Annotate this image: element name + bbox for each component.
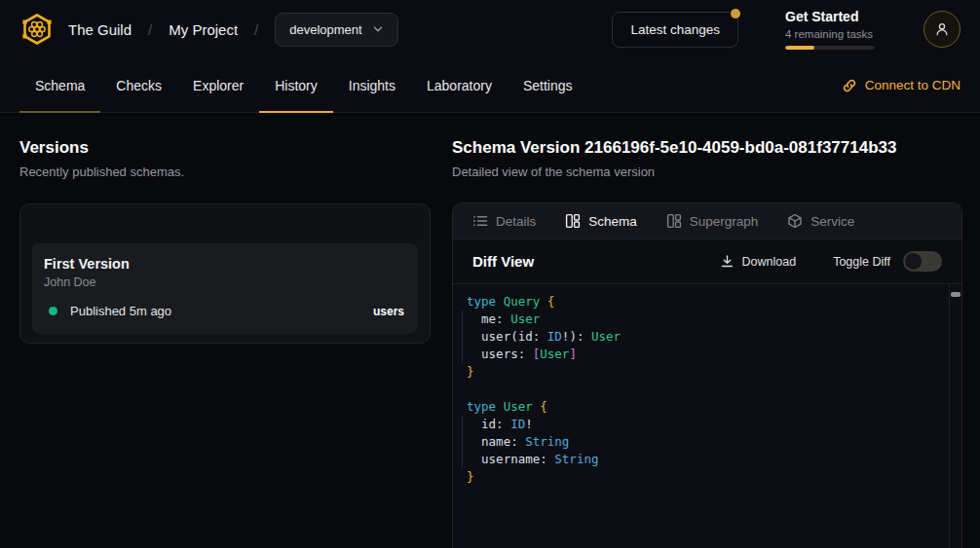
diff-view-header: Diff View Download Toggle Diff xyxy=(453,239,961,284)
get-started-widget[interactable]: Get Started 4 remaining tasks xyxy=(785,9,875,50)
tab-settings[interactable]: Settings xyxy=(508,58,588,112)
version-name: First Version xyxy=(44,256,404,272)
versions-list-card: First Version John Doe Published 5m ago … xyxy=(19,203,431,344)
list-icon xyxy=(472,213,488,229)
detail-tab-label: Supergraph xyxy=(690,214,759,229)
versions-subtitle: Recently published schemas. xyxy=(19,164,448,179)
get-started-progress-track xyxy=(785,46,875,50)
versions-title: Versions xyxy=(19,138,448,158)
notification-dot xyxy=(731,9,740,18)
version-detail-subtitle: Detailed view of the schema version xyxy=(452,164,962,179)
breadcrumb-separator: / xyxy=(254,21,258,38)
version-meta-row: Published 5m ago users xyxy=(44,304,404,318)
version-detail-panel: Schema Version 2166196f-5e10-4059-bd0a-0… xyxy=(448,113,980,548)
version-detail-title: Schema Version 2166196f-5e10-4059-bd0a-0… xyxy=(452,138,962,158)
code-scrollbar[interactable] xyxy=(949,284,961,548)
code-scrollbar-thumb[interactable] xyxy=(951,292,961,297)
tab-explorer[interactable]: Explorer xyxy=(177,58,259,112)
breadcrumb-project[interactable]: My Project xyxy=(169,21,238,38)
version-author: John Doe xyxy=(44,275,404,289)
published-status-dot xyxy=(49,307,57,315)
person-icon xyxy=(933,20,951,38)
versions-panel: Versions Recently published schemas. Fir… xyxy=(0,113,448,548)
detail-tab-label: Details xyxy=(496,214,536,229)
detail-tab-schema[interactable]: Schema xyxy=(565,213,637,229)
latest-changes-button[interactable]: Latest changes xyxy=(612,12,738,48)
detail-tab-service[interactable]: Service xyxy=(787,213,854,229)
service-name-badge: users xyxy=(373,305,404,318)
tab-history[interactable]: History xyxy=(259,58,333,112)
top-bar: The Guild / My Project / development Lat… xyxy=(0,0,980,58)
cube-icon xyxy=(787,213,803,229)
detail-tab-label: Schema xyxy=(588,214,637,229)
columns-icon xyxy=(565,213,581,229)
version-detail-card: Details Schema xyxy=(452,202,962,548)
target-nav: Schema Checks Explorer History Insights … xyxy=(0,58,980,113)
diff-actions: Download Toggle Diff xyxy=(720,251,942,272)
columns-icon xyxy=(666,213,682,229)
chevron-down-icon xyxy=(372,23,384,35)
schema-code-viewer[interactable]: type Query { me: User user(id: ID!): Use… xyxy=(453,284,961,548)
connect-to-cdn-label: Connect to CDN xyxy=(865,78,961,92)
download-icon xyxy=(720,254,735,269)
main-content: Versions Recently published schemas. Fir… xyxy=(0,113,980,548)
code-block: type Query { me: User user(id: ID!): Use… xyxy=(453,284,961,494)
connect-to-cdn-button[interactable]: Connect to CDN xyxy=(842,58,961,112)
breadcrumb-separator: / xyxy=(148,21,152,38)
tab-checks[interactable]: Checks xyxy=(100,58,177,112)
toggle-diff-label: Toggle Diff xyxy=(833,255,890,269)
get-started-title: Get Started xyxy=(785,9,875,26)
user-menu-button[interactable] xyxy=(923,11,961,48)
detail-tab-supergraph[interactable]: Supergraph xyxy=(666,213,759,229)
hive-logo-icon[interactable] xyxy=(19,12,55,47)
breadcrumb-org[interactable]: The Guild xyxy=(68,21,132,38)
detail-tabs: Details Schema xyxy=(453,203,961,239)
get-started-progress-fill xyxy=(785,46,814,50)
get-started-remaining-tasks: 4 remaining tasks xyxy=(785,28,875,40)
detail-tab-label: Service xyxy=(810,214,854,229)
download-button[interactable]: Download xyxy=(720,254,797,269)
latest-changes-label: Latest changes xyxy=(630,22,720,37)
diff-view-title: Diff View xyxy=(472,253,534,270)
link-icon xyxy=(842,78,857,93)
toggle-diff-switch[interactable] xyxy=(903,251,942,272)
tab-insights[interactable]: Insights xyxy=(333,58,411,112)
tab-laboratory[interactable]: Laboratory xyxy=(411,58,508,112)
switch-knob xyxy=(905,253,922,270)
target-selector-value: development xyxy=(289,22,361,37)
version-list-item[interactable]: First Version John Doe Published 5m ago … xyxy=(32,243,418,334)
download-label: Download xyxy=(742,255,797,269)
tab-schema[interactable]: Schema xyxy=(19,58,100,112)
target-selector-dropdown[interactable]: development xyxy=(275,13,397,47)
detail-tab-details[interactable]: Details xyxy=(472,213,536,229)
published-status-text: Published 5m ago xyxy=(70,304,171,318)
